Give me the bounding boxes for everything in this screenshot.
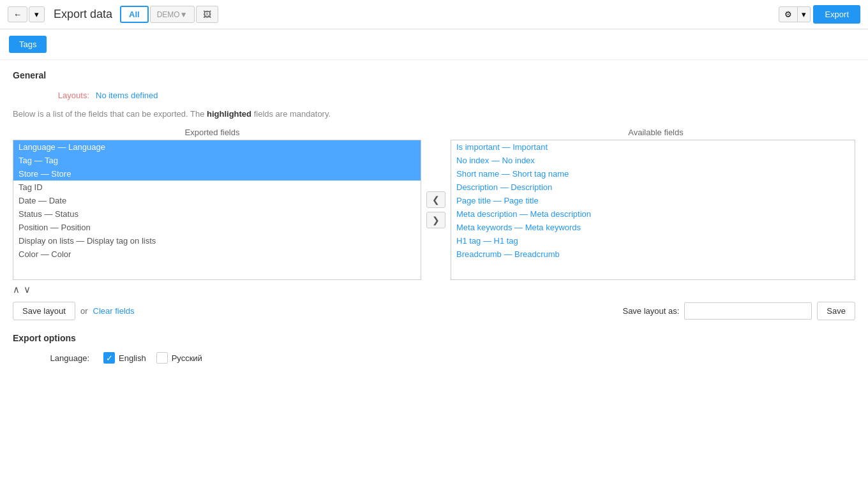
export-options-section: Export options Language: ✓ English Русск… [13, 333, 855, 364]
fields-container: Language — LanguageTag — TagStore — Stor… [13, 140, 855, 280]
available-list-item[interactable]: No index — No index [451, 154, 855, 167]
or-text: or [80, 306, 88, 316]
available-list-item[interactable]: Short name — Short tag name [451, 167, 855, 181]
exported-list[interactable]: Language — LanguageTag — TagStore — Stor… [13, 140, 421, 280]
exported-list-item[interactable]: Position — Position [13, 221, 421, 234]
general-section-title: General [13, 70, 855, 80]
save-button[interactable]: Save [817, 302, 855, 320]
main-content: General Layouts: No items defined Below … [0, 60, 868, 374]
save-layout-as-label: Save layout as: [622, 306, 679, 316]
exported-list-item[interactable]: Language — Language [13, 140, 421, 154]
header-tabs: All DEMO▼ 🖼 [120, 6, 218, 23]
sort-down-button[interactable]: ∨ [24, 284, 31, 295]
exported-list-item[interactable]: Store — Store [13, 167, 421, 181]
export-options-title: Export options [13, 333, 855, 343]
layouts-row: Layouts: No items defined [13, 91, 855, 100]
sort-up-button[interactable]: ∧ [13, 284, 20, 295]
available-list-item[interactable]: Meta keywords — Meta keywords [451, 221, 855, 234]
exported-list-item[interactable]: Tag — Tag [13, 154, 421, 167]
save-layout-row: Save layout or Clear fields Save layout … [13, 302, 855, 320]
export-button[interactable]: Export [813, 5, 860, 24]
back-button[interactable]: ← [8, 6, 27, 22]
layouts-label: Layouts: [13, 91, 89, 100]
exported-list-item[interactable]: Tag ID [13, 181, 421, 194]
russian-label: Русский [172, 353, 202, 363]
exported-list-item[interactable]: Status — Status [13, 207, 421, 221]
tab-demo[interactable]: DEMO▼ [150, 6, 195, 23]
available-list-item[interactable]: Description — Description [451, 181, 855, 194]
sort-arrows: ∧ ∨ [13, 284, 855, 295]
lang-option-russian: Русский [156, 352, 202, 364]
language-label: Language: [13, 353, 89, 363]
save-layout-input[interactable] [684, 302, 812, 320]
info-text-before: Below is a list of the fields that can b… [13, 109, 207, 119]
transfer-left-button[interactable]: ❮ [426, 191, 445, 208]
settings-dropdown-button[interactable]: ▾ [798, 6, 811, 22]
tab-all[interactable]: All [120, 6, 149, 23]
russian-checkbox[interactable] [156, 352, 168, 364]
exported-list-item[interactable]: Color — Color [13, 247, 421, 261]
exported-fields-header: Exported fields [13, 128, 431, 137]
available-list-item[interactable]: Page title — Page title [451, 194, 855, 207]
available-list-item[interactable]: H1 tag — H1 tag [451, 234, 855, 247]
save-layout-right: Save layout as: Save [622, 302, 855, 320]
layouts-value: No items defined [96, 91, 158, 100]
transfer-right-button[interactable]: ❯ [426, 212, 445, 228]
lang-option-english: ✓ English [103, 352, 146, 364]
info-text-after: fields are mandatory. [251, 109, 331, 119]
english-label: English [119, 353, 146, 363]
checkbox-check-icon: ✓ [106, 353, 113, 363]
info-text-bold: highlighted [207, 109, 251, 119]
exported-list-item[interactable]: Date — Date [13, 194, 421, 207]
header: ← ▾ Export data All DEMO▼ 🖼 ⚙ ▾ Export [0, 0, 868, 29]
info-text: Below is a list of the fields that can b… [13, 109, 855, 119]
available-fields-header: Available fields [456, 128, 855, 137]
export-lang-row: Language: ✓ English Русский [13, 352, 855, 364]
tags-row: Tags [0, 29, 868, 60]
fields-headers: Exported fields Available fields [13, 128, 855, 137]
nav-dropdown-button[interactable]: ▾ [29, 6, 45, 22]
save-layout-button[interactable]: Save layout [13, 302, 75, 320]
english-checkbox[interactable]: ✓ [103, 352, 115, 364]
available-list-item[interactable]: Is important — Important [451, 140, 855, 154]
exported-list-item[interactable]: Display on lists — Display tag on lists [13, 234, 421, 247]
tab-img[interactable]: 🖼 [196, 6, 218, 23]
available-list-item[interactable]: Breadcrumb — Breadcrumb [451, 247, 855, 261]
settings-button[interactable]: ⚙ [779, 6, 798, 22]
transfer-buttons: ❮ ❯ [421, 140, 451, 280]
clear-fields-link[interactable]: Clear fields [93, 306, 135, 316]
page-title: Export data [54, 8, 112, 21]
available-list-item[interactable]: Meta description — Meta description [451, 207, 855, 221]
available-list[interactable]: Is important — ImportantNo index — No in… [451, 140, 855, 280]
tags-button[interactable]: Tags [9, 36, 47, 53]
